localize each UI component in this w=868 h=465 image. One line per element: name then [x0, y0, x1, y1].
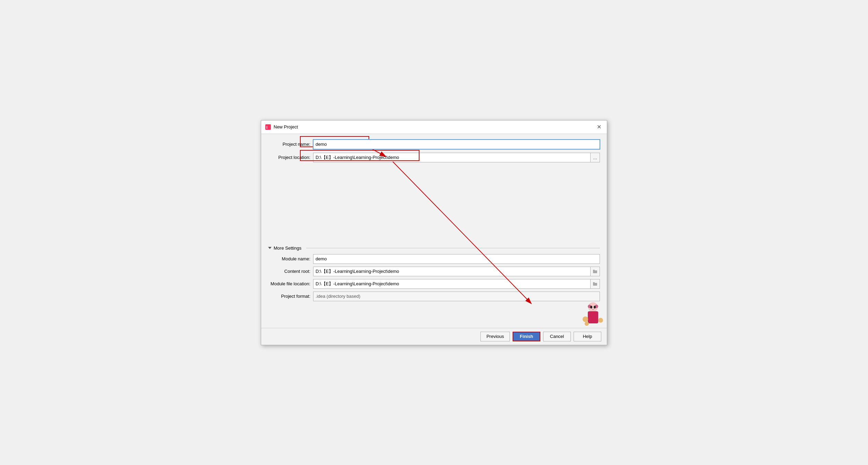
project-name-input[interactable]	[313, 140, 600, 149]
project-format-row: Project format:	[268, 292, 600, 301]
app-icon: I	[265, 124, 271, 130]
title-bar: I New Project ✕	[261, 120, 607, 134]
module-file-input[interactable]	[313, 279, 590, 289]
module-name-row: Module name:	[268, 254, 600, 264]
content-root-browse-button[interactable]	[590, 267, 600, 276]
svg-rect-5	[593, 270, 597, 273]
project-format-input[interactable]	[313, 292, 600, 301]
svg-point-15	[583, 316, 588, 322]
project-name-row: Project name:	[268, 140, 600, 149]
project-location-input[interactable]	[313, 153, 590, 162]
dialog-body: Project name: Project location: ...	[261, 134, 607, 328]
project-location-input-group: ...	[313, 153, 600, 162]
dialog-footer: Previous Finish Cancel Help	[261, 328, 607, 345]
svg-point-14	[594, 306, 596, 308]
module-name-label: Module name:	[268, 256, 313, 261]
svg-rect-6	[593, 270, 595, 271]
content-root-row: Content root:	[268, 267, 600, 276]
help-button[interactable]: Help	[574, 332, 601, 341]
svg-point-16	[598, 318, 603, 323]
svg-rect-10	[588, 311, 598, 323]
module-name-input[interactable]	[313, 254, 600, 264]
folder-icon	[593, 269, 597, 274]
collapse-triangle-icon	[268, 247, 272, 249]
svg-point-13	[590, 306, 592, 308]
content-root-input-group	[313, 267, 600, 276]
module-file-input-group	[313, 279, 600, 289]
module-file-browse-button[interactable]	[590, 279, 600, 289]
project-location-label: Project location:	[268, 155, 313, 160]
title-bar-left: I New Project	[265, 124, 298, 130]
more-settings-section: More Settings Module name: Content root:	[268, 245, 600, 301]
svg-rect-7	[593, 283, 597, 286]
new-project-dialog: I New Project ✕ Project name: Project lo…	[261, 120, 607, 345]
character-svg	[579, 300, 607, 328]
folder-icon-2	[593, 282, 597, 286]
content-root-label: Content root:	[268, 269, 313, 274]
empty-space	[268, 166, 600, 235]
project-name-label: Project name:	[268, 142, 313, 147]
module-file-label: Module file location:	[268, 281, 313, 286]
section-divider	[306, 248, 600, 248]
svg-point-17	[585, 322, 589, 326]
close-button[interactable]: ✕	[595, 123, 603, 131]
cancel-button[interactable]: Cancel	[543, 332, 571, 341]
dialog-title: New Project	[274, 124, 298, 129]
more-settings-content: Module name: Content root:	[268, 254, 600, 301]
previous-button[interactable]: Previous	[480, 332, 510, 341]
finish-button[interactable]: Finish	[513, 332, 540, 341]
content-root-input[interactable]	[313, 267, 590, 276]
more-settings-toggle[interactable]: More Settings	[268, 245, 600, 251]
project-format-label: Project format:	[268, 294, 313, 299]
more-settings-label: More Settings	[274, 245, 301, 251]
character-decoration	[579, 300, 607, 328]
svg-text:I: I	[266, 125, 267, 129]
project-location-browse-button[interactable]: ...	[590, 153, 600, 162]
svg-rect-8	[593, 282, 595, 283]
module-file-row: Module file location:	[268, 279, 600, 289]
project-location-row: Project location: ...	[268, 153, 600, 162]
